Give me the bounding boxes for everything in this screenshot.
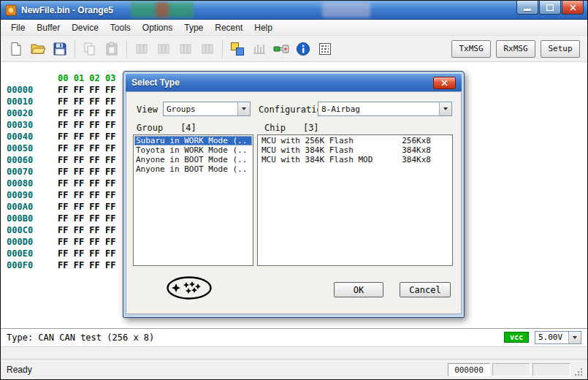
paste-button[interactable]	[101, 39, 123, 59]
chip-list-item[interactable]: MCU with 256K Flash256Kx8	[259, 136, 451, 145]
hex-row-bytes[interactable]: FF FF FF FF	[58, 202, 115, 212]
hex-row-bytes[interactable]: FF FF FF FF	[58, 108, 115, 118]
hex-row-address: 000C0	[7, 224, 45, 236]
group-list-item[interactable]: Anyone in BOOT Mode (..	[134, 164, 252, 174]
dialog-title-bar[interactable]: Select Type	[126, 74, 462, 91]
hex-row-bytes[interactable]: FF FF FF FF	[58, 85, 115, 95]
offset-field: 000000	[448, 363, 490, 376]
window-title: NewFile.bin - Orange5	[21, 5, 113, 15]
chevron-down-icon[interactable]	[568, 332, 581, 343]
pins-button[interactable]	[248, 39, 270, 59]
txmsg-button[interactable]: TxMSG	[451, 40, 491, 58]
hex-row-address: 000D0	[7, 236, 45, 248]
copy-icon	[83, 42, 97, 56]
hex-row-address: 000F0	[7, 259, 45, 271]
buffer-3-button[interactable]	[175, 39, 196, 59]
save-file-button[interactable]	[49, 39, 71, 59]
hex-row-bytes[interactable]: FF FF FF FF	[58, 260, 115, 270]
maximize-button[interactable]	[539, 1, 561, 15]
setup-button[interactable]: Setup	[541, 40, 580, 58]
status-panel	[492, 363, 530, 376]
hex-row-bytes[interactable]: FF FF FF FF	[58, 190, 115, 200]
close-icon	[441, 80, 448, 86]
menu-item-help[interactable]: Help	[248, 20, 278, 35]
configuration-label: Configuratio	[259, 104, 322, 115]
copy-button[interactable]	[79, 39, 101, 59]
pins-icon	[252, 42, 267, 56]
menu-item-recent[interactable]: Recent	[209, 20, 248, 35]
chip-name: MCU with 384K Flash MOD	[261, 155, 373, 164]
menu-item-file[interactable]: File	[5, 20, 31, 35]
group-list-item[interactable]: Anyone in BOOT Mode (..	[134, 155, 252, 164]
cancel-button[interactable]: Cancel	[400, 282, 451, 297]
menu-item-options[interactable]: Options	[137, 20, 178, 35]
chevron-down-icon[interactable]	[439, 102, 451, 115]
group-list-item[interactable]: Subaru in WORK Mode (..	[134, 136, 252, 145]
hex-row-bytes[interactable]: FF FF FF FF	[58, 155, 115, 165]
chip-size: 384Kx8	[402, 145, 431, 155]
configuration-dropdown[interactable]: 8-Airbag	[318, 102, 452, 116]
ok-button[interactable]: OK	[334, 282, 383, 297]
buffer-2-button[interactable]	[153, 39, 175, 59]
new-file-button[interactable]	[5, 39, 27, 59]
dialog-body: View Groups Configuratio 8-Airbag Group …	[126, 91, 462, 314]
hex-row-bytes[interactable]: FF FF FF FF	[58, 213, 115, 224]
checksum-button[interactable]	[314, 39, 336, 59]
hex-row-address: 000A0	[7, 201, 45, 213]
hex-row-bytes[interactable]: FF FF FF FF	[58, 120, 115, 130]
group-count: [4]	[180, 123, 196, 133]
title-bar[interactable]: NewFile.bin - Orange5	[1, 1, 587, 20]
hex-row-bytes[interactable]: FF FF FF FF	[58, 132, 115, 142]
hex-row-bytes[interactable]: FF FF FF FF	[58, 248, 115, 259]
minimize-button[interactable]	[516, 1, 538, 15]
hex-row-address: 000B0	[7, 213, 45, 224]
hex-row-bytes[interactable]: FF FF FF FF	[58, 237, 115, 247]
hex-row-address: 00050	[7, 142, 45, 154]
chip-list-item[interactable]: MCU with 384K Flash384Kx8	[259, 145, 451, 155]
hex-row-bytes[interactable]: FF FF FF FF	[58, 96, 115, 107]
swap-buffers-button[interactable]	[226, 39, 248, 59]
buffer-1-button[interactable]	[131, 39, 153, 59]
connect-device-button[interactable]	[270, 39, 292, 59]
chip-size: 256Kx8	[402, 136, 431, 145]
titlebar-glass-reflection	[131, 2, 194, 18]
hex-row-bytes[interactable]: FF FF FF FF	[58, 225, 115, 235]
chevron-down-icon[interactable]	[237, 102, 250, 115]
configuration-dropdown-value: 8-Airbag	[318, 104, 439, 114]
hex-row-bytes[interactable]: FF FF FF FF	[58, 143, 115, 153]
buffer-icon	[156, 42, 171, 56]
voltage-dropdown[interactable]: 5.00V	[535, 331, 581, 344]
paste-icon	[104, 42, 119, 56]
open-folder-icon	[30, 42, 46, 56]
menu-item-tools[interactable]: Tools	[104, 20, 137, 35]
lower-divider-strip	[1, 346, 587, 359]
menu-item-type[interactable]: Type	[178, 20, 209, 35]
chip-listbox[interactable]: MCU with 256K Flash256Kx8MCU with 384K F…	[257, 134, 453, 266]
close-button[interactable]	[562, 1, 584, 15]
view-label: View	[137, 104, 158, 115]
hex-row-bytes[interactable]: FF FF FF FF	[58, 167, 115, 177]
toolbar: TxMSGRxMSGSetup	[1, 36, 587, 62]
menu-item-device[interactable]: Device	[66, 20, 104, 35]
rxmsg-button[interactable]: RxMSG	[496, 40, 535, 58]
dialog-close-button[interactable]	[433, 77, 456, 89]
hex-row-address: 00070	[7, 166, 45, 178]
resize-grip[interactable]	[573, 363, 583, 376]
group-listbox[interactable]: Subaru in WORK Mode (..Toyota in WORK Mo…	[133, 134, 253, 266]
app-window: NewFile.bin - Orange5 FileBufferDeviceTo…	[0, 0, 588, 380]
checksum-icon	[318, 42, 332, 56]
chip-list-item[interactable]: MCU with 384K Flash MOD384Kx8	[259, 155, 451, 164]
group-label: Group	[137, 123, 163, 133]
group-list-item[interactable]: Toyota in WORK Mode (..	[134, 145, 252, 155]
view-dropdown[interactable]: Groups	[163, 102, 251, 116]
menu-item-buffer[interactable]: Buffer	[31, 20, 66, 35]
info-button[interactable]	[292, 39, 314, 59]
close-icon	[570, 4, 576, 11]
type-status-line: Type: CAN CAN test (256 x 8) vcc 5.00V	[1, 328, 587, 346]
open-file-button[interactable]	[27, 39, 49, 59]
status-panel	[532, 363, 570, 376]
type-text: Type: CAN CAN test (256 x 8)	[7, 332, 154, 343]
hex-row-bytes[interactable]: FF FF FF FF	[58, 178, 115, 189]
buffer-icon	[200, 42, 215, 56]
buffer-4-button[interactable]	[196, 39, 218, 59]
